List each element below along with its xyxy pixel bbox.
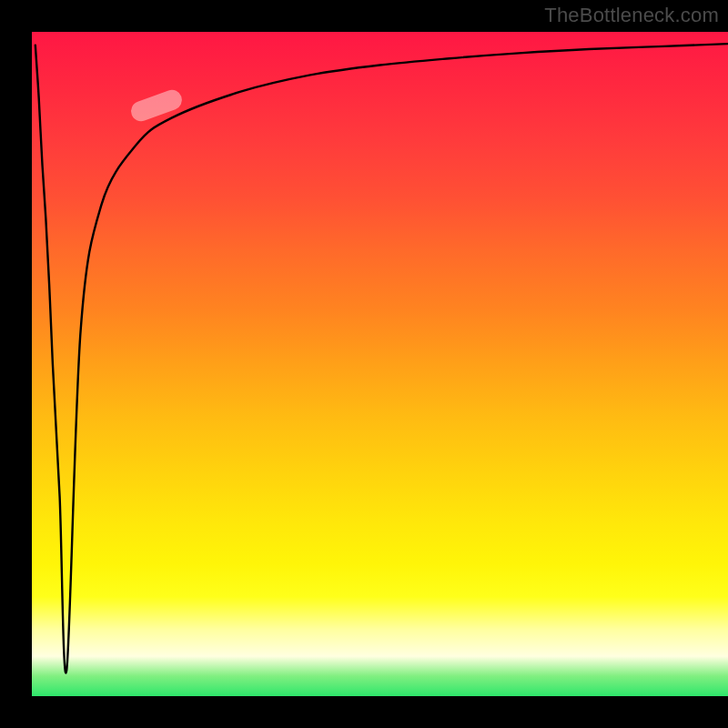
- watermark-text: TheBottleneck.com: [544, 4, 719, 27]
- plot-area: [32, 32, 728, 696]
- chart-stage: TheBottleneck.com: [0, 0, 728, 728]
